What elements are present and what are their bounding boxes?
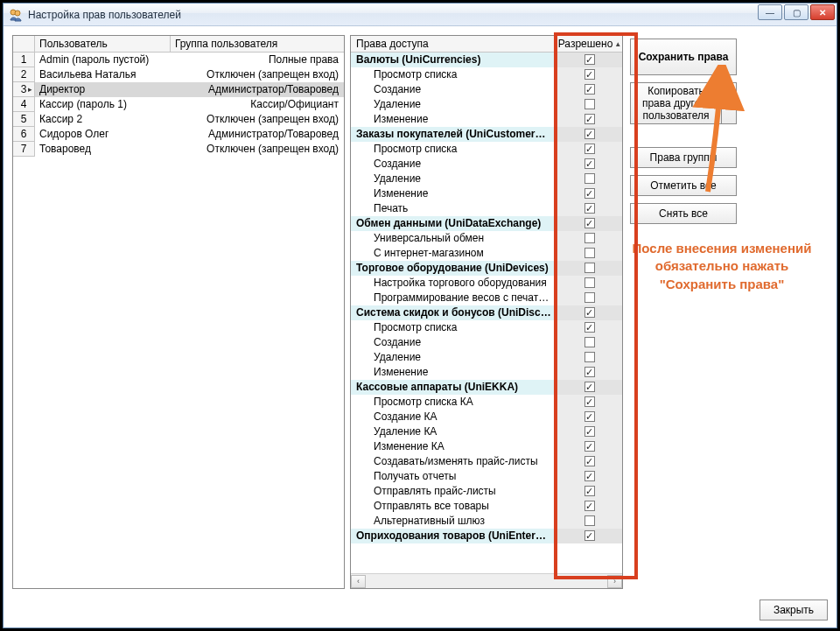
permission-row[interactable]: Изменение <box>351 365 622 380</box>
minimize-button[interactable]: — <box>758 4 782 20</box>
permission-checkbox-cell[interactable] <box>557 261 622 276</box>
permission-checkbox-cell[interactable] <box>557 291 622 305</box>
perm-col-name-header[interactable]: Права доступа <box>351 36 557 52</box>
checkbox-icon[interactable] <box>584 263 595 273</box>
user-row[interactable]: 5Кассир 2Отключен (запрещен вход) <box>13 112 344 127</box>
permission-checkbox-cell[interactable] <box>557 112 622 127</box>
permission-checkbox-cell[interactable] <box>557 67 622 82</box>
user-row[interactable]: 7ТовароведОтключен (запрещен вход) <box>13 142 344 157</box>
permission-row[interactable]: Валюты (UniCurrencies) <box>351 53 622 67</box>
checkbox-icon[interactable] <box>584 352 595 362</box>
permission-checkbox-cell[interactable] <box>557 97 622 112</box>
permission-row[interactable]: Изменение <box>351 112 622 127</box>
checkbox-icon[interactable] <box>584 441 595 452</box>
permission-row[interactable]: Печать <box>351 201 622 216</box>
permission-checkbox-cell[interactable] <box>557 514 622 529</box>
permission-row[interactable]: Изменение <box>351 186 622 201</box>
permission-row[interactable]: Просмотр списка <box>351 320 622 335</box>
permission-checkbox-cell[interactable] <box>557 320 622 335</box>
permission-row[interactable]: Удаление <box>351 172 622 186</box>
scroll-left-icon[interactable]: ‹ <box>351 575 366 588</box>
checkbox-icon[interactable] <box>584 173 595 184</box>
checkbox-icon[interactable] <box>584 396 595 407</box>
permission-row[interactable]: Кассовые аппараты (UniEKKA) <box>351 380 622 395</box>
checkbox-icon[interactable] <box>584 218 595 228</box>
permission-row[interactable]: Отправлять все товары <box>351 499 622 514</box>
user-row[interactable]: 6Сидоров ОлегАдминистратор/Товаровед <box>13 127 344 142</box>
permission-row[interactable]: Создание <box>351 157 622 172</box>
permission-checkbox-cell[interactable] <box>557 201 622 216</box>
copy-rights-button-label[interactable]: Копировать права другого пользователя <box>630 82 721 124</box>
checkbox-icon[interactable] <box>584 69 595 80</box>
users-col-group-header[interactable]: Группа пользователя <box>171 36 344 52</box>
checkbox-icon[interactable] <box>584 188 595 199</box>
scroll-right-icon[interactable]: › <box>607 575 622 588</box>
close-button[interactable]: ✕ <box>810 4 835 20</box>
copy-rights-dropdown[interactable]: ▾ <box>721 82 737 124</box>
permission-row[interactable]: Удаление КА <box>351 424 622 439</box>
permission-row[interactable]: Система скидок и бонусов (UniDisco… <box>351 305 622 320</box>
user-row[interactable]: 2Васильева НатальяОтключен (запрещен вхо… <box>13 67 344 82</box>
permission-checkbox-cell[interactable] <box>557 529 622 543</box>
checkbox-icon[interactable] <box>584 307 595 318</box>
permission-checkbox-cell[interactable] <box>557 335 622 350</box>
checkbox-icon[interactable] <box>584 515 595 526</box>
group-rights-button[interactable]: Права группы <box>630 147 737 168</box>
checkbox-icon[interactable] <box>584 456 595 466</box>
permission-row[interactable]: Создание <box>351 335 622 350</box>
permission-checkbox-cell[interactable] <box>557 246 622 261</box>
permission-row[interactable]: Торговое оборудование (UniDevices) <box>351 261 622 276</box>
permission-checkbox-cell[interactable] <box>557 424 622 439</box>
permission-row[interactable]: Получать отчеты <box>351 469 622 484</box>
permission-checkbox-cell[interactable] <box>557 395 622 410</box>
permission-row[interactable]: Создание КА <box>351 410 622 424</box>
permission-row[interactable]: Обмен данными (UniDataExchange) <box>351 216 622 231</box>
permission-checkbox-cell[interactable] <box>557 499 622 514</box>
permission-row[interactable]: Изменение КА <box>351 439 622 454</box>
permission-checkbox-cell[interactable] <box>557 172 622 186</box>
checkbox-icon[interactable] <box>584 322 595 333</box>
checkbox-icon[interactable] <box>584 486 595 496</box>
check-all-button[interactable]: Отметить все <box>630 175 737 196</box>
checkbox-icon[interactable] <box>584 144 595 154</box>
checkbox-icon[interactable] <box>584 501 595 511</box>
checkbox-icon[interactable] <box>584 129 595 139</box>
uncheck-all-button[interactable]: Снять все <box>630 203 737 224</box>
checkbox-icon[interactable] <box>584 203 595 214</box>
permission-checkbox-cell[interactable] <box>557 127 622 142</box>
permission-row[interactable]: С интернет-магазином <box>351 246 622 261</box>
permission-row[interactable]: Просмотр списка <box>351 67 622 82</box>
user-row[interactable]: 4Кассир (пароль 1)Кассир/Официант <box>13 97 344 112</box>
checkbox-icon[interactable] <box>584 426 595 437</box>
maximize-button[interactable]: ▢ <box>784 4 808 20</box>
permission-checkbox-cell[interactable] <box>557 142 622 157</box>
permission-row[interactable]: Просмотр списка КА <box>351 395 622 410</box>
permission-row[interactable]: Альтернативный шлюз <box>351 514 622 529</box>
checkbox-icon[interactable] <box>584 530 595 541</box>
permission-checkbox-cell[interactable] <box>557 469 622 484</box>
permission-checkbox-cell[interactable] <box>557 454 622 469</box>
permission-checkbox-cell[interactable] <box>557 484 622 499</box>
checkbox-icon[interactable] <box>584 367 595 377</box>
save-rights-button[interactable]: Сохранить права <box>630 39 737 75</box>
permission-row[interactable]: Настройка торгового оборудования <box>351 276 622 291</box>
permission-checkbox-cell[interactable] <box>557 305 622 320</box>
permission-row[interactable]: Создавать/изменять прайс-листы <box>351 454 622 469</box>
permission-checkbox-cell[interactable] <box>557 439 622 454</box>
permission-checkbox-cell[interactable] <box>557 410 622 424</box>
close-dialog-button[interactable]: Закрыть <box>760 599 828 620</box>
permission-checkbox-cell[interactable] <box>557 350 622 365</box>
permission-row[interactable]: Отправлять прайс-листы <box>351 484 622 499</box>
horizontal-scrollbar[interactable]: ‹ › <box>351 573 622 588</box>
users-col-user-header[interactable]: Пользователь <box>35 36 171 52</box>
permission-row[interactable]: Просмотр списка <box>351 142 622 157</box>
permission-row[interactable]: Создание <box>351 82 622 97</box>
permission-row[interactable]: Программирование весов с печатью эт… <box>351 291 622 305</box>
permission-row[interactable]: Удаление <box>351 97 622 112</box>
checkbox-icon[interactable] <box>584 471 595 481</box>
permission-row[interactable]: Оприходования товаров (UniEnterG… <box>351 529 622 543</box>
perm-col-allow-header[interactable]: Разрешено ▲ <box>557 36 622 52</box>
checkbox-icon[interactable] <box>584 158 595 169</box>
checkbox-icon[interactable] <box>584 54 595 65</box>
permission-checkbox-cell[interactable] <box>557 380 622 395</box>
